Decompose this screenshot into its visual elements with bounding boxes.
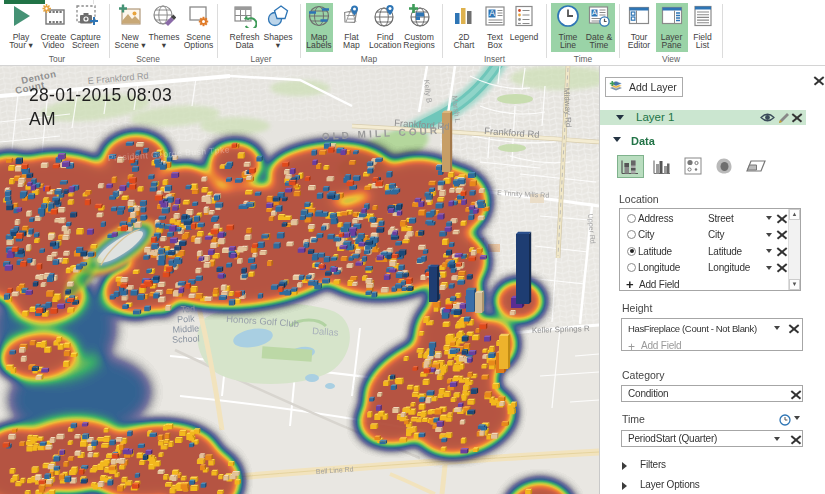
svg-text:School: School	[172, 333, 200, 344]
svg-text:Dallas: Dallas	[312, 325, 339, 338]
svg-text:A: A	[592, 8, 597, 17]
svg-text:A: A	[489, 8, 495, 18]
